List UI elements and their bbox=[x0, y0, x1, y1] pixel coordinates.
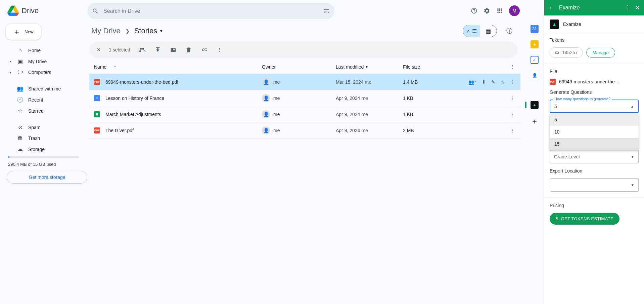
col-owner[interactable]: Owner bbox=[262, 64, 336, 70]
nav-computers[interactable]: ▸🖵Computers bbox=[5, 67, 87, 77]
back-icon[interactable]: ← bbox=[548, 4, 554, 11]
nav-trash[interactable]: 🗑Trash bbox=[5, 133, 87, 143]
calendar-addon[interactable]: 31 bbox=[531, 25, 539, 33]
dropdown-option[interactable]: 15 bbox=[550, 138, 639, 150]
main-area: M My Drive ❯ Stories▼ ✓ ☰ ▦ ⓘ ✕ 1 select… bbox=[87, 0, 525, 304]
owner-name: me bbox=[273, 79, 280, 85]
spam-icon: ⊘ bbox=[17, 124, 24, 130]
search-input[interactable] bbox=[103, 8, 318, 14]
nav-label: Trash bbox=[28, 136, 40, 141]
add-addon-button[interactable]: ＋ bbox=[531, 116, 538, 126]
share-button[interactable] bbox=[136, 43, 149, 56]
tokens-value: 145257 bbox=[562, 50, 578, 55]
nav-spam[interactable]: ⊘Spam bbox=[5, 122, 87, 132]
table-row[interactable]: ≡ Lesson on History of France 👤me Apr 9,… bbox=[89, 90, 520, 106]
user-avatar[interactable]: M bbox=[509, 5, 520, 16]
modified-by: me bbox=[361, 96, 368, 101]
modified-by: me bbox=[361, 112, 368, 117]
download-icon[interactable]: ⬇ bbox=[482, 79, 486, 85]
search-options-icon[interactable] bbox=[323, 8, 330, 14]
dropdown-option[interactable]: 5 bbox=[550, 114, 639, 126]
panel-app-row: ▲ Examize bbox=[544, 15, 644, 33]
nav-label: Shared with me bbox=[28, 86, 61, 91]
tasks-addon[interactable]: ✓ bbox=[531, 56, 539, 64]
nav-label: Home bbox=[28, 48, 41, 53]
share-icon[interactable]: 👥⁺ bbox=[468, 79, 476, 85]
grade-level-select[interactable]: Grade Level ▼ bbox=[550, 150, 639, 163]
panel-more-icon[interactable]: ⋮ bbox=[624, 4, 630, 11]
side-rail: 31 ● ✓ 👤 ▲ ＋ bbox=[525, 0, 544, 304]
examize-addon[interactable]: ▲ bbox=[531, 101, 539, 109]
info-icon[interactable]: ⓘ bbox=[506, 27, 512, 35]
row-more-icon[interactable]: ⋮ bbox=[510, 112, 515, 117]
clear-selection-button[interactable]: ✕ bbox=[92, 43, 105, 56]
manage-button[interactable]: Manage bbox=[586, 48, 615, 58]
grid-view-button[interactable]: ▦ bbox=[480, 25, 497, 37]
drive-logo-icon bbox=[7, 5, 19, 16]
search-icon bbox=[92, 8, 99, 14]
nav-label: Spam bbox=[28, 125, 41, 130]
search-bar[interactable] bbox=[87, 3, 334, 19]
contacts-addon[interactable]: 👤 bbox=[531, 71, 539, 79]
mydrive-icon: ▣ bbox=[17, 58, 24, 65]
breadcrumb-current[interactable]: Stories▼ bbox=[134, 27, 163, 35]
selection-count: 1 selected bbox=[107, 47, 134, 52]
modified-date: Apr 9, 2024 bbox=[336, 112, 360, 117]
nav-starred[interactable]: ☆Starred bbox=[5, 106, 87, 116]
get-storage-button[interactable]: Get more storage bbox=[7, 171, 87, 184]
examize-logo-icon: ▲ bbox=[550, 20, 559, 29]
nav-mydrive[interactable]: ▸▣My Drive bbox=[5, 56, 87, 67]
app-name: Drive bbox=[21, 6, 39, 15]
row-more-icon[interactable]: ⋮ bbox=[510, 96, 515, 101]
list-view-button[interactable]: ✓ ☰ bbox=[463, 25, 480, 37]
more-actions-button[interactable]: ⋮ bbox=[213, 43, 226, 56]
panel-close-icon[interactable]: ✕ bbox=[635, 4, 640, 11]
dollar-icon: $ bbox=[556, 216, 558, 221]
top-icons: M bbox=[471, 5, 520, 16]
nav-home[interactable]: ⌂Home bbox=[5, 45, 87, 55]
drive-logo[interactable]: Drive bbox=[5, 3, 87, 19]
sort-asc-icon[interactable]: ↑ bbox=[114, 64, 116, 70]
cloud-icon: ☁ bbox=[17, 146, 24, 152]
new-button[interactable]: ＋ New bbox=[5, 24, 41, 40]
storage-text: 290.4 MB of 15 GB used bbox=[5, 160, 87, 171]
table-row[interactable]: PDF 69949-monsters-under-the-bed.pdf 👤me… bbox=[89, 74, 520, 90]
new-button-label: New bbox=[25, 29, 34, 34]
nav-label: Computers bbox=[28, 70, 51, 75]
help-icon[interactable] bbox=[471, 7, 477, 14]
get-estimate-button[interactable]: $ GET TOKENS ESTIMATE bbox=[550, 213, 619, 225]
nav-recent[interactable]: 🕘Recent bbox=[5, 94, 87, 105]
settings-icon[interactable] bbox=[484, 7, 490, 14]
pdf-icon: PDF bbox=[94, 127, 100, 134]
table-row[interactable]: ▦ March Market Adjustments 👤me Apr 9, 20… bbox=[89, 106, 520, 122]
question-count-select[interactable]: How many questions to generate? 5 ▲ 5 10… bbox=[550, 100, 639, 113]
col-more[interactable]: ⋮ bbox=[457, 64, 517, 70]
owner-name: me bbox=[273, 96, 280, 101]
export-location-select[interactable]: ▼ bbox=[550, 178, 639, 192]
keep-addon[interactable]: ● bbox=[531, 40, 539, 48]
nav-shared[interactable]: 👥Shared with me bbox=[5, 83, 87, 94]
move-button[interactable] bbox=[167, 43, 180, 56]
col-size[interactable]: File size bbox=[403, 64, 457, 70]
breadcrumb-root[interactable]: My Drive bbox=[91, 27, 121, 35]
apps-icon[interactable] bbox=[496, 7, 503, 14]
panel-file-name: 69949-monsters-under-the-… bbox=[559, 79, 621, 84]
col-name[interactable]: Name bbox=[94, 64, 106, 70]
dropdown-option[interactable]: 10 bbox=[550, 126, 639, 138]
nav-storage[interactable]: ☁Storage bbox=[5, 144, 87, 154]
panel-title: Examize bbox=[559, 5, 619, 11]
generate-label: Generate Questions bbox=[550, 89, 639, 95]
table-row[interactable]: PDF The Giver.pdf 👤me Apr 9, 2024me 2 MB… bbox=[89, 122, 520, 139]
row-more-icon[interactable]: ⋮ bbox=[510, 128, 515, 133]
row-more-icon[interactable]: ⋮ bbox=[510, 79, 515, 85]
download-button[interactable] bbox=[151, 43, 165, 56]
col-lastmod[interactable]: Last modified bbox=[336, 64, 364, 70]
dropdown-icon: ▼ bbox=[159, 29, 163, 33]
star-icon[interactable]: ☆ bbox=[501, 79, 505, 85]
link-button[interactable] bbox=[197, 43, 211, 56]
question-count-dropdown: 5 10 15 bbox=[550, 114, 639, 150]
delete-button[interactable] bbox=[182, 43, 195, 56]
edit-icon[interactable]: ✎ bbox=[491, 79, 495, 85]
file-name: Lesson on History of France bbox=[105, 96, 164, 101]
chevron-right-icon: ❯ bbox=[125, 28, 130, 34]
